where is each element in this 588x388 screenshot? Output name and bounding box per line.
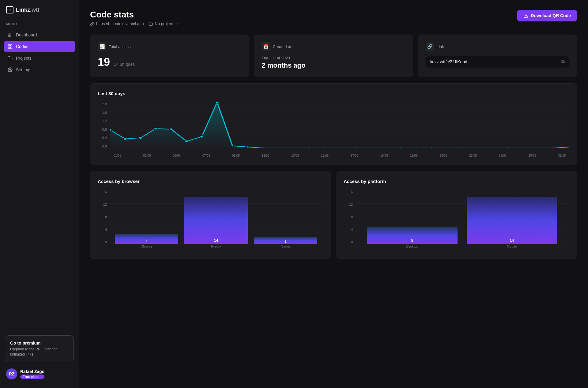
svg-point-27 [338, 147, 341, 148]
bar-firefox: 14 [184, 197, 248, 244]
page-title: Code stats [90, 10, 179, 20]
user-info: Rafael Zago Free plan [20, 369, 44, 379]
stat-label: 📈 Total access [98, 42, 241, 51]
premium-card[interactable]: Go to premium Upgrade to the PRO plan fo… [5, 335, 74, 362]
sidebar-bottom: Go to premium Upgrade to the PRO plan fo… [0, 330, 79, 388]
svg-point-12 [110, 129, 112, 131]
header-link: https://hmhoteis.vercel.app [90, 21, 144, 26]
sidebar-item-label: Codes [16, 44, 28, 49]
premium-title: Go to premium [10, 341, 69, 345]
line-chart-card: Last 30 days 2.0 1.6 1.2 0.8 0.4 0.0 [90, 83, 577, 165]
platform-y-axis: 16 12 8 4 0 [344, 190, 353, 244]
page-meta: https://hmhoteis.vercel.app No project [90, 21, 179, 26]
main-content: Code stats https://hmhoteis.vercel.app N… [79, 0, 588, 388]
calendar-icon: 📅 [262, 42, 270, 51]
project-selector[interactable]: No project [149, 21, 178, 26]
platform-chart-card: Access by platform 16 12 8 4 0 [336, 171, 577, 259]
sidebar-item-settings[interactable]: Settings [4, 64, 75, 75]
svg-point-14 [139, 137, 142, 139]
page-header: Code stats https://hmhoteis.vercel.app N… [90, 10, 577, 26]
app-logo: ⊞ Linkz.wtf [0, 0, 79, 22]
sidebar-item-projects[interactable]: Projects [4, 53, 75, 64]
svg-point-23 [277, 147, 280, 148]
svg-point-41 [553, 147, 556, 148]
bar-col-safari: 2 [254, 190, 317, 244]
y-axis: 2.0 1.6 1.2 0.8 0.4 0.0 [98, 102, 109, 148]
svg-point-15 [154, 128, 158, 130]
svg-point-22 [262, 147, 265, 148]
svg-point-29 [369, 147, 372, 148]
download-icon [523, 13, 528, 18]
svg-point-37 [492, 147, 494, 148]
download-qr-button[interactable]: Download QR Code [517, 10, 577, 21]
svg-point-24 [292, 147, 295, 148]
svg-point-31 [400, 147, 402, 148]
svg-point-34 [446, 147, 448, 148]
svg-point-40 [537, 147, 540, 148]
sidebar-item-dashboard[interactable]: Dashboard [4, 29, 75, 40]
bar-col-chrome: 3 [115, 190, 178, 244]
chart-icon: 📈 [98, 42, 106, 51]
settings-icon [7, 67, 13, 73]
total-access-card: 📈 Total access 19 14 uniques [90, 35, 249, 77]
folder-small-icon [149, 22, 153, 26]
home-icon [7, 32, 13, 38]
stat-value-row: 19 14 uniques [98, 56, 241, 69]
svg-point-16 [169, 128, 173, 131]
line-chart-svg [110, 102, 569, 148]
date-relative: 2 months ago [262, 62, 405, 69]
svg-point-39 [522, 147, 525, 148]
total-access-sub: 14 uniques [114, 62, 135, 67]
svg-point-30 [384, 147, 387, 148]
created-at-card: 📅 Created at Tue Jul 04 2023 2 months ag… [254, 35, 413, 77]
x-axis: 01/0802/0803/0804/0805/0806/0807/0808/08… [110, 154, 569, 157]
stats-grid: 📈 Total access 19 14 uniques 📅 Created a… [90, 35, 577, 77]
browser-chart-card: Access by browser 16 12 8 4 0 [90, 171, 331, 259]
link-card: 🔗 Link linkz.wtf/c/Z1ffKdbd ⧉ [418, 35, 577, 77]
user-plan: Free plan [20, 375, 44, 379]
svg-point-32 [415, 147, 418, 148]
sidebar-item-label: Settings [16, 67, 32, 72]
stat-label: 📅 Created at [262, 42, 405, 51]
copy-icon[interactable]: ⧉ [561, 59, 565, 65]
sidebar-item-label: Dashboard [16, 32, 37, 37]
link-value: linkz.wtf/c/Z1ffKdbd [430, 59, 467, 64]
sidebar: ⊞ Linkz.wtf MENU Dashboard Codes Project… [0, 0, 79, 388]
line-chart-area: 2.0 1.6 1.2 0.8 0.4 0.0 01/0802/0803/080… [98, 102, 569, 157]
svg-point-17 [185, 140, 188, 143]
logo-icon: ⊞ [6, 6, 13, 13]
svg-rect-2 [10, 47, 12, 48]
stat-label: 🔗 Link [426, 42, 569, 51]
browser-x-labels: Chrome Firefox Safari [109, 244, 323, 251]
bar-col-firefox: 14 [184, 190, 248, 244]
platform-chart-title: Access by platform [344, 179, 569, 184]
svg-rect-0 [8, 45, 10, 46]
bar-desktop: 5 [367, 227, 458, 244]
total-access-value: 19 [98, 56, 110, 68]
link-icon [90, 22, 94, 26]
grid-icon [7, 44, 13, 49]
svg-point-13 [123, 138, 127, 140]
link-stat-icon: 🔗 [426, 42, 434, 51]
platform-bar-area: 16 12 8 4 0 [344, 190, 569, 251]
link-display: linkz.wtf/c/Z1ffKdbd ⧉ [426, 56, 569, 68]
svg-point-35 [461, 147, 464, 148]
folder-icon [7, 55, 13, 61]
premium-desc: Upgrade to the PRO plan for unlimited li… [10, 347, 69, 357]
bar-chrome: 3 [115, 234, 178, 244]
svg-point-18 [200, 136, 204, 138]
menu-label: MENU [0, 22, 79, 29]
svg-rect-3 [8, 47, 10, 48]
bar-mobile: 14 [467, 197, 557, 244]
bar-col-desktop: 5 [367, 190, 458, 244]
bar-col-mobile: 14 [467, 190, 557, 244]
svg-point-38 [507, 147, 510, 148]
svg-point-20 [231, 145, 234, 147]
svg-point-42 [568, 146, 570, 148]
sidebar-item-codes[interactable]: Codes [4, 41, 75, 52]
browser-chart-title: Access by browser [98, 179, 323, 184]
header-left: Code stats https://hmhoteis.vercel.app N… [90, 10, 179, 26]
svg-point-28 [354, 147, 356, 148]
line-chart-title: Last 30 days [98, 91, 569, 96]
bar-safari: 2 [254, 237, 317, 244]
